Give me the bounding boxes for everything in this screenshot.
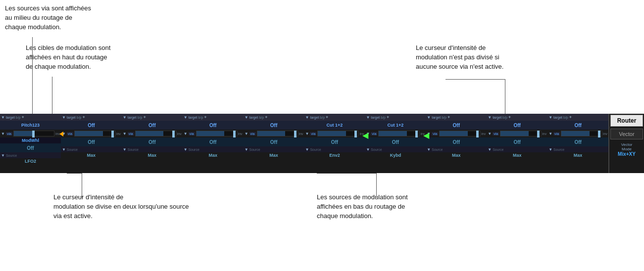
source-label-4: Source [189,148,199,151]
via-label-10: via [553,132,560,136]
source-label-10: Source [553,148,564,151]
router-button[interactable]: Router [610,115,643,127]
source-value-5[interactable]: Max [244,152,304,158]
target-label-2: target [67,116,76,119]
via-label-2: via [67,132,73,136]
target-value-4[interactable]: Off [183,121,244,130]
target-value-10[interactable]: Off [547,121,608,130]
inv-label-4: inv [238,132,243,136]
source-value-3[interactable]: Max [122,152,183,158]
inv-label-5: inv [299,132,303,136]
add-btn-6[interactable]: + [326,115,328,120]
target-dropdown-8[interactable]: ▼ [427,115,431,120]
via-row-7: ▼ via inv [365,130,426,137]
source-label-6: Source [310,148,321,151]
target-label-4: target [189,116,198,119]
vector-button[interactable]: Vector [610,129,643,139]
source-value-1[interactable]: LFO2 [0,158,61,164]
target-value-9[interactable]: Off [487,121,547,130]
vector-mode-value: Mix+XY [610,151,643,157]
via-label-9: via [493,132,499,136]
vector-mode-label: Vector Mode [610,141,643,151]
off-value-1[interactable]: Off [0,143,61,152]
off-value-10[interactable]: Off [547,137,608,146]
off-value-7[interactable]: Off [365,137,426,146]
source-value-10[interactable]: Max [547,152,608,158]
target-label-9: target [493,116,501,119]
target-value-5[interactable]: Off [244,121,304,130]
source-label-1: Source [6,154,17,157]
target-dropdown-3[interactable]: ▼ [123,115,127,120]
target-dropdown-1[interactable]: ▼ [1,115,5,120]
off-value-5[interactable]: Off [244,137,304,146]
off-value-2[interactable]: Off [61,137,122,146]
target-label-8: target [432,116,441,119]
source-value-9[interactable]: Max [487,152,547,158]
add-btn-4[interactable]: + [204,115,206,120]
off-value-6[interactable]: Off [304,137,365,146]
inv-label-2: inv [116,132,121,136]
orange-handle-1 [59,132,63,136]
source-label-2: Source [67,148,78,151]
router-panel: ▼ target b/p + Pitch123 ▼ via inv ModWhl… [0,114,644,173]
target-value-2[interactable]: Off [61,121,122,130]
target-dropdown-4[interactable]: ▼ [184,115,188,120]
via-label-8: via [432,132,438,136]
target-dropdown-9[interactable]: ▼ [488,115,492,120]
add-btn-1[interactable]: + [22,115,24,120]
add-btn-8[interactable]: + [447,115,450,120]
source-value-8[interactable]: Max [426,152,487,158]
add-btn-2[interactable]: + [82,115,85,120]
mod-slot-1: ▼ target b/p + Pitch123 ▼ via inv ModWhl… [0,114,61,173]
target-value-6[interactable]: Cut 1+2 [304,121,365,130]
target-label-6: target [310,116,319,119]
mod-slot-9: ▼ target b/p + Off ▼ via inv Off ▼ Sourc… [487,114,547,173]
source-label-7: Source [371,148,382,151]
mod-slot-8: ▼ target b/p + Off ▼ via inv Off ▼ Sourc… [426,114,487,173]
mod-slot-4: ▼ target b/p + Off ▼ via inv Off ▼ Sourc… [183,114,244,173]
target-value-1[interactable]: Pitch123 [0,121,61,130]
target-dropdown-10[interactable]: ▼ [548,115,552,120]
off-value-8[interactable]: Off [426,137,487,146]
add-btn-5[interactable]: + [265,115,267,120]
target-label-7: target [371,116,380,119]
annotation-top-right: Le curseur d'intensité de modulation n'e… [416,44,503,72]
via-row-8: ▼ via inv [426,130,487,137]
target-value-3[interactable]: Off [122,121,183,130]
off-value-4[interactable]: Off [183,137,244,146]
via-row-5: ▼ via inv [244,130,304,137]
target-value-8[interactable]: Off [426,121,487,130]
add-btn-10[interactable]: + [569,115,572,120]
via-label-1: via [6,132,12,136]
via-label-7: via [371,132,377,136]
target-label-1: target [6,116,15,119]
target-dropdown-5[interactable]: ▼ [245,115,248,120]
target-value-7[interactable]: Cut 1+2 [365,121,426,130]
mod-slot-10: ▼ target b/p + Off ▼ via inv Off ▼ Sourc… [547,114,608,173]
source-value-6[interactable]: Env2 [304,152,365,158]
annotation-middle-left: Les cibles de modulation sont affichées … [26,44,110,72]
source-value-2[interactable]: Max [61,152,122,158]
mod-slot-7: ▼ target b/p + Cut 1+2◀ ▼ via inv Off ▼ … [365,114,426,173]
via-row-3: ▼ via inv [122,130,183,137]
target-dropdown-7[interactable]: ▼ [366,115,370,120]
target-dropdown-6[interactable]: ▼ [305,115,309,120]
via-row-9: ▼ via inv [487,130,547,137]
via-label-4: via [189,132,195,136]
off-value-3[interactable]: Off [122,137,183,146]
via-row-10: ▼ via inv [547,130,608,137]
target-dropdown-2[interactable]: ▼ [62,115,66,120]
via-source-1: ModWhl [0,137,61,143]
add-btn-3[interactable]: + [143,115,146,120]
add-btn-9[interactable]: + [508,115,511,120]
source-value-4[interactable]: Max [183,152,244,158]
source-label-8: Source [432,148,443,151]
router-sidebar: Router Vector Vector Mode Mix+XY [608,114,644,173]
add-btn-7[interactable]: + [387,115,389,120]
annotation-top-left: Les sources via sont affichées au milieu… [5,4,91,32]
off-value-9[interactable]: Off [487,137,547,146]
source-value-7[interactable]: Kybd [365,152,426,158]
source-label-5: Source [249,148,260,151]
mod-slot-2: ▼ target b/p + Off ▼ via inv Off ▼ Sourc… [61,114,122,173]
source-label-3: Source [128,148,139,151]
